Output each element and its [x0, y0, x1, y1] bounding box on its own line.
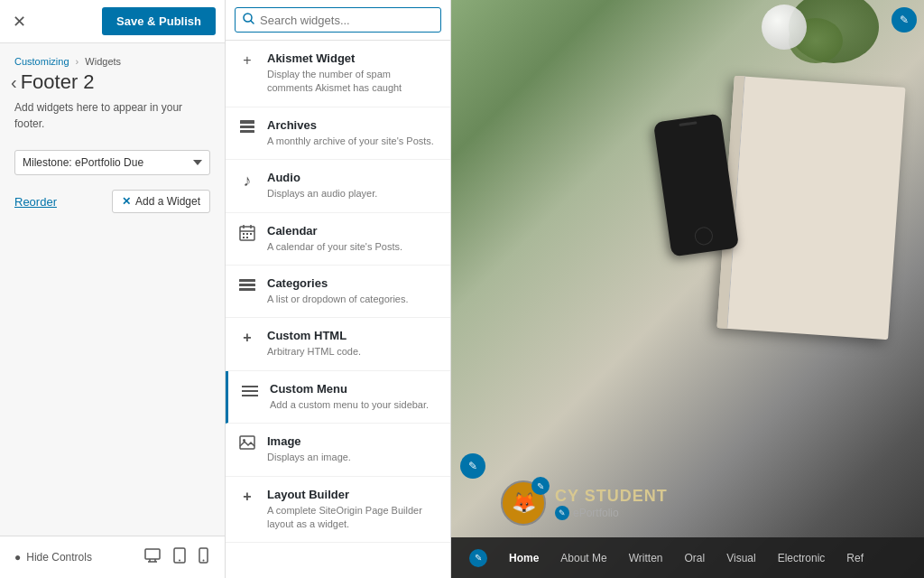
preview-avatar-area: 🦊 ✎ CY STUDENT ✎ ePortfolio — [501, 480, 668, 526]
user-info: CY STUDENT ✎ ePortfolio — [555, 487, 668, 520]
phone-home — [693, 226, 714, 247]
widgets-list: + Akismet Widget Display the number of s… — [226, 41, 450, 578]
eye-icon: ● — [14, 551, 21, 564]
user-sub-row: ✎ ePortfolio — [555, 506, 668, 520]
content-area — [0, 224, 225, 536]
list-item[interactable]: + Custom HTML Arbitrary HTML code. — [226, 318, 450, 370]
phone-speaker — [679, 121, 697, 126]
widget-info: Archives A monthly archive of your site'… — [267, 118, 438, 148]
calendar-icon — [238, 225, 256, 246]
widget-desc: A complete SiteOrigin Page Builder layou… — [267, 504, 438, 532]
widget-name: Archives — [267, 118, 438, 132]
sub-edit-icon: ✎ — [555, 506, 569, 520]
preview-background: ✎ ✎ 🦊 ✎ CY STUDENT ✎ ePortfolio ✎ Home — [451, 0, 924, 578]
svg-rect-18 — [246, 233, 248, 235]
svg-rect-23 — [239, 284, 255, 286]
desktop-icon-button[interactable] — [143, 545, 162, 569]
preview-left-edit-icon[interactable]: ✎ — [460, 453, 485, 479]
preview-nav-bar: ✎ Home About Me Written Oral Visual Elec… — [451, 537, 924, 578]
widget-name: Categories — [267, 276, 438, 290]
widget-name: Custom HTML — [267, 329, 438, 342]
nav-edit-icon: ✎ — [469, 549, 487, 567]
list-item[interactable]: + Akismet Widget Display the number of s… — [226, 41, 450, 107]
x-icon: ✕ — [122, 195, 131, 208]
preview-panel: ✎ ✎ 🦊 ✎ CY STUDENT ✎ ePortfolio ✎ Home — [451, 0, 924, 578]
search-input[interactable] — [260, 14, 433, 27]
nav-item-oral[interactable]: Oral — [685, 552, 706, 564]
widget-desc: A list or dropdown of categories. — [267, 293, 438, 306]
preview-sphere — [762, 5, 807, 50]
milestone-row: Milestone: ePortfolio Due — [0, 143, 225, 186]
list-item[interactable]: + Layout Builder A complete SiteOrigin P… — [226, 477, 450, 544]
desktop-icon — [144, 548, 161, 563]
widget-info: Custom HTML Arbitrary HTML code. — [267, 329, 438, 359]
avatar-edit-icon[interactable]: ✎ — [531, 477, 550, 495]
save-publish-button[interactable]: Save & Publish — [102, 7, 216, 35]
search-input-wrapper — [235, 7, 441, 33]
list-item[interactable]: ♪ Audio Displays an audio player. — [226, 160, 450, 212]
preview-notebook — [716, 76, 905, 340]
tablet-icon-button[interactable] — [171, 545, 188, 569]
tablet-icon — [173, 547, 186, 564]
add-widget-button[interactable]: ✕ Add a Widget — [112, 190, 210, 213]
close-button[interactable]: ✕ — [9, 10, 30, 33]
list-item[interactable]: Categories A list or dropdown of categor… — [226, 266, 450, 318]
svg-rect-29 — [240, 436, 254, 449]
nav-item-home[interactable]: Home — [509, 552, 539, 564]
widget-desc: Displays an image. — [267, 451, 438, 464]
categories-icon — [238, 277, 256, 296]
widget-info: Calendar A calendar of your site's Posts… — [267, 224, 438, 254]
breadcrumb-parent[interactable]: Customizing — [14, 56, 69, 67]
nav-item-electronic[interactable]: Electronic — [778, 552, 826, 564]
akismet-icon: + — [238, 52, 256, 69]
search-icon — [243, 13, 254, 27]
top-bar: ✕ Save & Publish — [0, 0, 225, 43]
widget-info: Audio Displays an audio player. — [267, 171, 438, 200]
mobile-icon — [199, 547, 208, 564]
list-item[interactable]: Archives A monthly archive of your site'… — [226, 107, 450, 160]
device-icons — [143, 545, 210, 569]
svg-rect-0 — [145, 549, 160, 559]
list-item[interactable]: Calendar A calendar of your site's Posts… — [226, 213, 450, 266]
custom-html-icon: + — [238, 330, 256, 346]
widget-desc: Displays an audio player. — [267, 187, 438, 200]
nav-item-ref[interactable]: Ref — [846, 552, 864, 564]
nav-item-visual[interactable]: Visual — [726, 552, 755, 564]
breadcrumb-text: Customizing › Widgets — [14, 56, 210, 67]
preview-user-sub: ePortfolio — [573, 507, 619, 519]
layout-builder-icon: + — [238, 489, 256, 505]
search-box — [226, 0, 450, 41]
nav-item-about[interactable]: About Me — [560, 552, 606, 564]
breadcrumb-current: Widgets — [85, 56, 121, 67]
list-item[interactable]: Image Displays an image. — [226, 424, 450, 476]
hide-controls-button[interactable]: ● Hide Controls — [14, 551, 92, 564]
svg-rect-19 — [250, 233, 252, 235]
list-item-custom-menu[interactable]: Custom Menu Add a custom menu to your si… — [226, 371, 450, 424]
description-text: Add widgets here to appear in your foote… — [0, 99, 225, 143]
widget-desc: A calendar of your site's Posts. — [267, 240, 438, 254]
preview-top-edit-icon[interactable]: ✎ — [892, 7, 917, 33]
widget-info: Image Displays an image. — [267, 434, 438, 464]
audio-icon: ♪ — [238, 172, 256, 191]
image-icon — [238, 435, 256, 454]
mobile-icon-button[interactable] — [197, 545, 210, 569]
widget-info: Layout Builder A complete SiteOrigin Pag… — [267, 488, 438, 532]
svg-rect-17 — [243, 233, 245, 235]
milestone-select[interactable]: Milestone: ePortfolio Due — [14, 150, 210, 175]
preview-user-name: CY STUDENT — [555, 487, 668, 506]
widget-name: Custom Menu — [270, 382, 438, 396]
back-button[interactable]: ‹ — [7, 72, 21, 93]
archives-icon — [238, 119, 256, 138]
widget-desc: Arbitrary HTML code. — [267, 345, 438, 359]
svg-rect-20 — [243, 237, 245, 238]
svg-rect-22 — [239, 279, 255, 282]
widget-desc: Display the number of spam comments Akis… — [267, 68, 438, 96]
nav-item-written[interactable]: Written — [629, 552, 663, 564]
svg-line-9 — [251, 21, 254, 23]
widget-name: Layout Builder — [267, 488, 438, 501]
widget-name: Akismet Widget — [267, 51, 438, 65]
reorder-button[interactable]: Reorder — [14, 195, 57, 209]
middle-panel: + Akismet Widget Display the number of s… — [226, 0, 451, 578]
svg-rect-24 — [239, 288, 255, 291]
add-widget-label: Add a Widget — [135, 195, 200, 208]
